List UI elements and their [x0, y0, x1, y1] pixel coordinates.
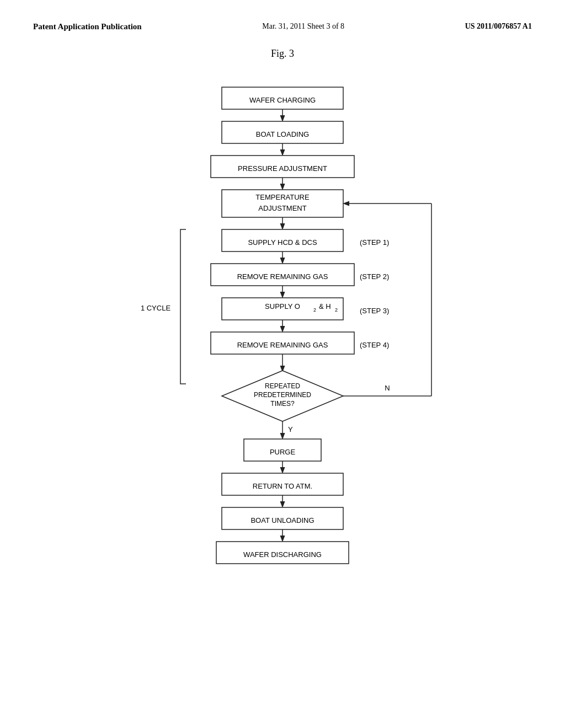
repeated-label-2: PREDETERMINED	[254, 391, 311, 399]
repeated-label-3: TIMES?	[270, 400, 295, 408]
temperature-adjustment-label-1: TEMPERATURE	[255, 193, 310, 201]
supply-o2-h2-label: SUPPLY O	[265, 302, 300, 311]
supply-and: & H	[319, 302, 331, 311]
figure-title: Fig. 3	[0, 48, 565, 60]
supply-hcd-dcs-label: SUPPLY HCD & DCS	[248, 238, 317, 247]
remove-remaining-gas-1-label: REMOVE REMAINING GAS	[237, 272, 328, 281]
remove-remaining-gas-2-label: REMOVE REMAINING GAS	[237, 341, 328, 349]
yes-label: Y	[288, 425, 293, 433]
pressure-adjustment-label: PRESSURE ADJUSTMENT	[238, 164, 327, 173]
cycle-label: 1 CYCLE	[141, 304, 171, 312]
header-publication: Patent Application Publication	[33, 22, 142, 31]
supply-o2-subscript: 2	[313, 307, 316, 313]
temperature-adjustment-label-2: ADJUSTMENT	[258, 204, 306, 212]
step2-label: (STEP 2)	[360, 272, 389, 281]
wafer-discharging-label: WAFER DISCHARGING	[243, 550, 322, 559]
flowchart-diagram: WAFER CHARGING BOAT LOADING PRESSURE ADJ…	[89, 76, 476, 683]
page: Patent Application Publication Mar. 31, …	[0, 0, 565, 728]
header: Patent Application Publication Mar. 31, …	[0, 0, 565, 37]
supply-h2-subscript: 2	[335, 307, 338, 313]
step1-label: (STEP 1)	[360, 238, 389, 247]
boat-loading-label: BOAT LOADING	[256, 130, 309, 138]
cycle-brace	[180, 229, 186, 384]
header-patent-number: US 2011/0076857 A1	[465, 22, 532, 31]
header-date-sheet: Mar. 31, 2011 Sheet 3 of 8	[262, 22, 344, 31]
repeated-label-1: REPEATED	[265, 382, 300, 390]
wafer-charging-label: WAFER CHARGING	[249, 96, 316, 104]
boat-unloading-label: BOAT UNLOADING	[250, 516, 314, 524]
return-to-atm-label: RETURN TO ATM.	[253, 482, 312, 490]
no-label: N	[385, 384, 390, 392]
step4-label: (STEP 4)	[360, 341, 389, 349]
step3-label: (STEP 3)	[360, 307, 389, 315]
purge-label: PURGE	[270, 448, 296, 456]
